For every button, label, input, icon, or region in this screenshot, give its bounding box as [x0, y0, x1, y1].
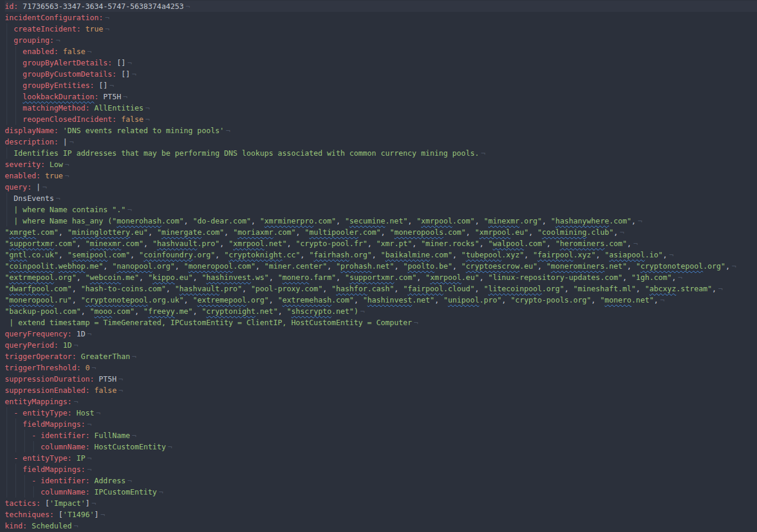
code-line[interactable]: groupByCustomDetails: []¬ [5, 68, 757, 80]
code-line[interactable]: | where Name has_any ("monerohash.com", … [5, 215, 757, 226]
code-token: .net" [385, 216, 408, 225]
code-line[interactable]: - entityType: IP¬ [5, 452, 757, 464]
indent-guide [15, 464, 16, 475]
code-line[interactable]: "dwarfpool.com", "hash-to-coins.com", "h… [5, 283, 757, 294]
code-line[interactable]: groupByEntities: []¬ [5, 80, 757, 91]
code-line[interactable]: - entityType: Host¬ [5, 407, 757, 418]
code-line[interactable]: severity: Low¬ [5, 159, 757, 170]
code-line[interactable]: matchingMethod: AllEntities¬ [5, 102, 757, 114]
code-line[interactable]: enabled: false¬ [5, 46, 757, 57]
code-line[interactable]: - identifier: FullName¬ [5, 430, 757, 441]
misspelled-token: hashinvest [367, 295, 412, 304]
code-token: groupByAlertDetails: [5, 58, 112, 67]
code-token: fieldMappings: [5, 420, 85, 429]
code-token: reopenClosedIncident: [5, 115, 117, 124]
code-token: Scheduled [27, 521, 72, 530]
code-line[interactable]: createIncident: true¬ [5, 23, 757, 34]
misspelled-token: moneropools [394, 228, 444, 237]
indent-guide [7, 80, 7, 91]
code-line[interactable]: entityMappings:¬ [5, 396, 757, 407]
code-token: .net" [372, 262, 394, 270]
code-token: .com" [609, 216, 632, 225]
eol-marker: ¬ [132, 352, 137, 361]
code-token: - identifier: [5, 476, 90, 485]
code-line[interactable]: query: |¬ [5, 181, 757, 193]
code-token: .com" [359, 228, 381, 237]
code-line[interactable]: "xmrget.com", "mininglottery.eu", "miner… [5, 226, 757, 238]
indent-guide [7, 486, 7, 498]
code-line[interactable]: description: |¬ [5, 136, 757, 147]
code-line[interactable]: - identifier: Address¬ [5, 475, 757, 486]
code-line[interactable]: id: 71736563-3347-3634-5747-5638374a4253… [5, 1, 757, 12]
code-token: , [224, 228, 233, 237]
code-token: description: [5, 137, 58, 146]
code-token: - identifier: [5, 431, 90, 440]
code-token: , [130, 250, 139, 259]
code-line[interactable]: "extrmepool.org", "webcoin.me", "kippo.e… [5, 272, 757, 283]
code-token: , [627, 262, 636, 270]
code-token: , [76, 273, 85, 282]
code-line[interactable]: "supportxmr.com", "minexmr.com", "hashva… [5, 238, 757, 249]
code-token: triggerThreshold: [5, 363, 81, 372]
code-line[interactable]: incidentConfiguration:¬ [5, 12, 757, 23]
misspelled-token: extremehash [282, 295, 332, 304]
code-line[interactable]: DnsEvents¬ [5, 193, 757, 204]
eol-marker: ¬ [637, 216, 642, 225]
code-line[interactable]: "moneropool.ru", "cryptonotepool.org.uk"… [5, 294, 757, 306]
eol-marker: ¬ [96, 408, 101, 417]
code-token: .org" [703, 262, 725, 270]
eol-marker: ¬ [74, 397, 78, 406]
code-token: , [479, 239, 488, 248]
code-token: .club" [587, 228, 614, 237]
misspelled-token: secumine [350, 216, 385, 225]
code-line[interactable]: | extend timestamp = TimeGenerated, IPCu… [5, 317, 757, 328]
code-token: " [304, 228, 309, 237]
indent-guide [15, 418, 16, 430]
misspelled-token: kippo [152, 273, 175, 282]
code-line[interactable]: kind: Scheduled¬ [5, 520, 757, 531]
code-token: " [175, 284, 180, 293]
eol-marker: ¬ [127, 58, 132, 67]
code-token: " [5, 273, 10, 282]
misspelled-token: moneropool [189, 262, 233, 270]
code-line[interactable]: queryPeriod: 1D¬ [5, 339, 757, 351]
code-line[interactable]: "gntl.co.uk", "semipool.com", "coinfound… [5, 249, 757, 260]
code-line[interactable]: Identifies IP addresses that may be perf… [5, 147, 757, 159]
code-line[interactable]: suppressionEnabled: false¬ [5, 385, 757, 396]
misspelled-token: abcxyz [649, 284, 676, 293]
code-line[interactable]: triggerOperator: GreaterThan¬ [5, 351, 757, 362]
code-editor[interactable]: id: 71736563-3347-3634-5747-5638374a4253… [0, 0, 757, 532]
code-line[interactable]: displayName: 'DNS events related to mini… [5, 125, 757, 136]
code-token: " [645, 284, 649, 293]
misspelled-token: nanopool [117, 262, 152, 270]
code-token: .com" [108, 250, 130, 259]
code-token: , [219, 239, 228, 248]
code-token: , [546, 239, 555, 248]
code-line[interactable]: groupByAlertDetails: []¬ [5, 57, 757, 68]
code-line[interactable]: | where Name contains "."¬ [5, 204, 757, 215]
code-token: .com" [36, 228, 59, 237]
indent-guide [15, 441, 16, 452]
indent-guide [15, 102, 16, 114]
code-line[interactable]: "backup-pool.com", "mooo.com", "freeyy.m… [5, 306, 757, 317]
code-line[interactable]: columnName: IPCustomEntity¬ [5, 486, 757, 498]
code-token: " [533, 250, 538, 259]
code-token: [ [54, 510, 63, 519]
code-line[interactable]: queryFrequency: 1D¬ [5, 328, 757, 339]
code-line[interactable]: grouping:¬ [5, 34, 757, 46]
code-token: , [381, 228, 390, 237]
code-line[interactable]: fieldMappings:¬ [5, 464, 757, 475]
code-line[interactable]: suppressionDuration: PT5H¬ [5, 373, 757, 385]
code-line[interactable]: enabled: true¬ [5, 170, 757, 181]
code-line[interactable]: lookbackDuration: PT5H¬ [5, 91, 757, 102]
code-line[interactable]: columnName: HostCustomEntity¬ [5, 441, 757, 452]
code-token: .org" [152, 262, 175, 270]
code-line[interactable]: "coinpoolit.webhop.me", "nanopool.org", … [5, 260, 757, 272]
code-line[interactable]: fieldMappings:¬ [5, 418, 757, 430]
code-line[interactable]: tactics: ['Impact']¬ [5, 498, 757, 509]
code-line[interactable]: techniques: ['T1496']¬ [5, 509, 757, 520]
code-line[interactable]: triggerThreshold: 0¬ [5, 362, 757, 373]
code-token: true [40, 171, 63, 180]
code-token: , [76, 239, 85, 248]
code-line[interactable]: reopenClosedIncident: false¬ [5, 114, 757, 125]
